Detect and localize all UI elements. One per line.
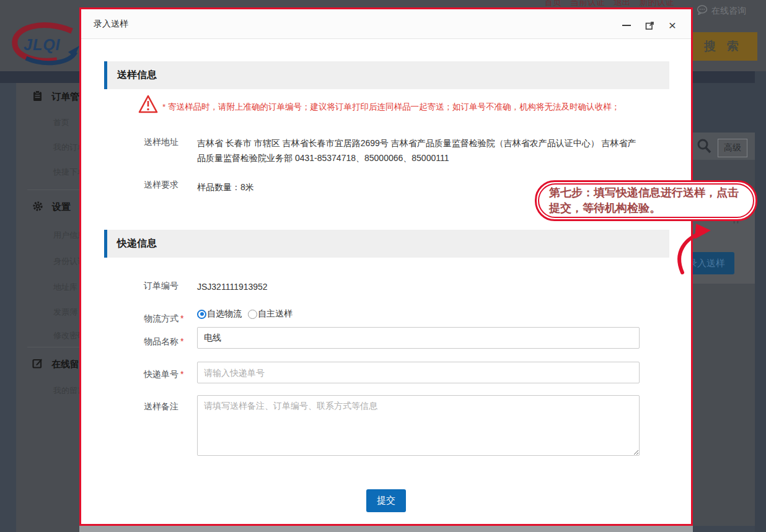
- radio-self-delivery[interactable]: 自主送样: [248, 308, 293, 320]
- radio-label: 自选物流: [207, 308, 242, 320]
- gear-icon: [32, 201, 43, 214]
- submit-button[interactable]: 提交: [366, 489, 406, 512]
- screen: 首页 当前认证 退出 新的认证 在线咨询 搜 索 JLQI 订单管理 首页 我的…: [0, 0, 766, 532]
- order-no-label: 订单编号: [144, 281, 198, 292]
- record-sample-modal: 录入送样 × 送样信息 * 寄送样品时，请附上准确的订单编号；建议将订单打印后连…: [79, 7, 693, 526]
- message-edit-icon: [32, 358, 43, 370]
- modal-title: 录入送样: [94, 19, 128, 30]
- address-label: 送样地址: [144, 137, 198, 148]
- right-zone-bottom: [687, 284, 755, 526]
- sidebar-item-invoice-book[interactable]: 发票簿: [53, 307, 77, 318]
- sidebar-group-settings[interactable]: 设置: [32, 201, 71, 214]
- required-star: *: [180, 369, 183, 379]
- site-logo: JLQI: [7, 21, 82, 69]
- sidebar-item-address-book[interactable]: 地址库: [53, 282, 77, 293]
- tutorial-step-text: 第七步：填写快递信息进行送样，点击提交，等待机构检验。: [549, 185, 743, 216]
- page-right-background: [755, 71, 766, 532]
- search-button[interactable]: 搜 索: [689, 32, 757, 61]
- logistics-label: 物流方式*: [144, 313, 198, 325]
- order-no-value: JSJ321111913952: [197, 279, 641, 294]
- radio-unselected-icon[interactable]: [248, 310, 257, 319]
- logistics-radio-group: 自选物流 自主送样: [197, 308, 293, 320]
- address-value: 吉林省 长春市 市辖区 吉林省长春市宜居路2699号 吉林省产品质量监督检验院（…: [197, 136, 641, 165]
- online-consult-label: 在线咨询: [711, 6, 746, 17]
- requirement-label: 送样要求: [144, 180, 198, 191]
- radio-self-selected-logistics[interactable]: 自选物流: [197, 308, 242, 320]
- tutorial-callout-inner: 第七步：填写快递信息进行送样，点击提交，等待机构检验。: [538, 183, 754, 218]
- sample-warning-text: * 寄送样品时，请附上准确的订单编号；建议将订单打印后连同样品一起寄送；如订单号…: [162, 102, 664, 113]
- sidebar-item-home[interactable]: 首页: [53, 117, 69, 128]
- section-express-info: 快递信息: [104, 230, 669, 258]
- tutorial-arrow-icon: [672, 222, 728, 280]
- clipboard-icon: [32, 90, 43, 103]
- radio-selected-icon[interactable]: [197, 310, 206, 319]
- tracking-no-input[interactable]: [197, 362, 640, 383]
- close-icon[interactable]: ×: [666, 19, 679, 32]
- minimize-icon[interactable]: [620, 19, 633, 32]
- online-consult-link[interactable]: 在线咨询: [697, 5, 746, 17]
- modal-titlebar: [81, 9, 691, 39]
- maximize-icon[interactable]: [643, 19, 656, 32]
- chat-bubble-icon: [697, 5, 708, 17]
- item-name-input[interactable]: [197, 327, 640, 349]
- tracking-no-label: 快递单号*: [144, 369, 198, 380]
- remark-label: 送样备注: [144, 401, 198, 412]
- section-sample-info: 送样信息: [104, 61, 669, 89]
- window-controls: ×: [620, 19, 679, 32]
- required-star: *: [180, 313, 183, 323]
- tutorial-callout: 第七步：填写快递信息进行送样，点击提交，等待机构检验。: [535, 180, 757, 221]
- search-magnifier-icon[interactable]: [695, 137, 713, 157]
- warning-triangle-icon: [138, 94, 158, 116]
- remark-textarea[interactable]: [197, 395, 640, 456]
- sidebar-group-label: 设置: [52, 201, 71, 213]
- logo-text: JLQI: [24, 36, 61, 54]
- item-name-label: 物品名称*: [144, 336, 198, 347]
- below-modal-strip: [79, 526, 693, 532]
- required-star: *: [180, 336, 183, 346]
- radio-label: 自主送样: [258, 308, 293, 320]
- advanced-search-button[interactable]: 高级: [718, 139, 747, 157]
- right-zone-top: [687, 83, 755, 133]
